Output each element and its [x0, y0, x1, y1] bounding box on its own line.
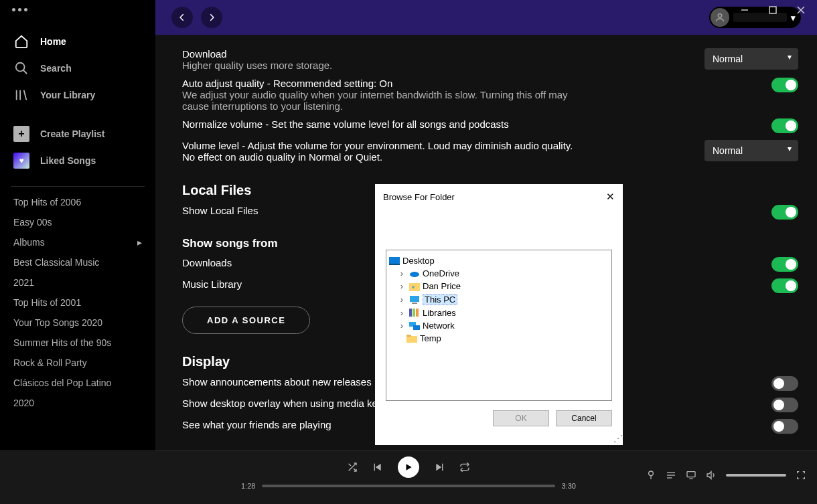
user-folder-icon [409, 282, 420, 291]
devices-button[interactable] [686, 470, 696, 481]
tree-node[interactable]: Desktop [402, 256, 435, 266]
svg-rect-27 [410, 296, 419, 302]
svg-rect-19 [687, 472, 695, 477]
sidebar: Home Search Your Library + Create Playli… [0, 20, 155, 450]
play-button[interactable] [398, 456, 419, 478]
expand-icon[interactable]: › [397, 281, 406, 291]
setting-title: Auto adjust quality - Recommended settin… [182, 78, 751, 89]
music-library-toggle[interactable] [771, 278, 798, 293]
nav-label: Home [40, 36, 66, 47]
setting-sub: Higher quality uses more storage. [182, 60, 584, 71]
svg-rect-11 [374, 464, 375, 471]
nav-library[interactable]: Your Library [5, 82, 150, 108]
home-icon [13, 33, 29, 50]
nav-label: Liked Songs [40, 155, 96, 166]
volume-button[interactable] [706, 470, 717, 481]
lyrics-button[interactable] [646, 470, 656, 481]
tree-node[interactable]: Libraries [423, 308, 456, 318]
svg-rect-14 [442, 464, 443, 471]
playlist-item[interactable]: Your Top Songs 2020 [5, 313, 150, 333]
normalize-volume-toggle[interactable] [771, 118, 798, 133]
playlist-item[interactable]: Top Hits of 2006 [5, 192, 150, 212]
nav-create-playlist[interactable]: + Create Playlist [5, 120, 150, 147]
svg-rect-22 [389, 257, 400, 264]
playlist-item[interactable]: Albums▸ [5, 232, 150, 252]
nav-label: Search [40, 63, 72, 74]
volume-level-select[interactable]: Normal [704, 140, 798, 161]
resize-grip[interactable]: ⋰ [613, 436, 621, 444]
maximize-button[interactable] [766, 3, 779, 17]
setting-title: Volume level - Adjust the volume for you… [182, 140, 584, 163]
svg-rect-28 [412, 303, 417, 304]
window-titlebar [0, 0, 817, 20]
svg-rect-30 [413, 309, 415, 317]
playlist-item[interactable]: Clásicos del Pop Latino [5, 373, 150, 393]
svg-line-5 [23, 70, 27, 74]
nav-liked-songs[interactable]: ♥ Liked Songs [5, 147, 150, 174]
playlist-item[interactable]: Summer Hits of the 90s [5, 333, 150, 353]
volume-slider[interactable] [726, 474, 786, 477]
svg-rect-31 [416, 309, 419, 317]
ok-button[interactable]: OK [493, 410, 549, 426]
playlist-item[interactable]: Easy 00s [5, 212, 150, 232]
playlist-item[interactable]: 2020 [5, 393, 150, 413]
folder-icon [406, 334, 417, 343]
repeat-button[interactable] [459, 462, 470, 473]
nav-label: Create Playlist [40, 129, 105, 139]
folder-tree[interactable]: Desktop › OneDrive › Dan Price › This PC… [386, 250, 612, 401]
progress-bar[interactable] [262, 485, 554, 487]
tree-node[interactable]: Network [423, 321, 455, 331]
dialog-close-button[interactable]: ✕ [606, 191, 615, 203]
expand-icon[interactable]: › [397, 321, 406, 331]
player-bar: 1:28 3:30 [0, 450, 817, 504]
svg-rect-29 [409, 309, 412, 317]
expand-icon[interactable]: › [397, 308, 406, 318]
close-button[interactable] [794, 3, 808, 17]
setting-title: Download [182, 48, 684, 60]
svg-rect-23 [389, 264, 400, 265]
tree-node[interactable]: OneDrive [423, 268, 459, 278]
svg-point-15 [649, 471, 654, 476]
this-pc-icon [409, 295, 420, 305]
playlist-item[interactable]: Rock & Roll Party [5, 353, 150, 373]
cancel-button[interactable]: Cancel [556, 410, 612, 426]
previous-button[interactable] [372, 462, 383, 473]
playlist-item[interactable]: Best Classical Music [5, 252, 150, 272]
setting-title: Normalize volume - Set the same volume l… [182, 118, 751, 130]
tree-node[interactable]: Temp [420, 333, 441, 343]
add-source-button[interactable]: ADD A SOURCE [182, 307, 310, 334]
nav-home[interactable]: Home [5, 28, 150, 55]
tree-node[interactable]: Dan Price [423, 281, 461, 291]
svg-marker-13 [436, 464, 441, 471]
queue-button[interactable] [666, 470, 676, 481]
fullscreen-button[interactable] [796, 470, 806, 481]
tree-node[interactable]: This PC [423, 294, 457, 305]
svg-point-26 [412, 286, 415, 288]
show-local-files-toggle[interactable] [771, 205, 798, 220]
search-icon [13, 60, 29, 76]
divider [11, 186, 145, 187]
minimize-button[interactable] [738, 3, 751, 17]
next-button[interactable] [434, 462, 445, 473]
shuffle-button[interactable] [347, 462, 358, 473]
onedrive-icon [409, 269, 420, 278]
auto-adjust-toggle[interactable] [771, 78, 798, 92]
downloads-toggle[interactable] [771, 257, 798, 272]
time-current: 1:28 [241, 482, 255, 490]
svg-rect-1 [769, 7, 776, 13]
nav-search[interactable]: Search [5, 55, 150, 82]
announcements-toggle[interactable] [771, 376, 798, 391]
friends-activity-toggle[interactable] [771, 419, 798, 434]
heart-icon: ♥ [13, 153, 29, 169]
download-quality-select[interactable]: Normal [704, 48, 798, 70]
playlist-item[interactable]: 2021 [5, 272, 150, 292]
desktop-overlay-toggle[interactable] [771, 398, 798, 412]
expand-icon[interactable]: › [397, 268, 406, 278]
expand-icon[interactable]: › [397, 295, 406, 305]
library-icon [13, 87, 29, 103]
nav-label: Your Library [40, 90, 95, 100]
svg-point-4 [16, 63, 25, 72]
desktop-icon [389, 256, 400, 266]
playlist-item[interactable]: Top Hits of 2001 [5, 292, 150, 313]
playlist-list[interactable]: Top Hits of 2006 Easy 00s Albums▸ Best C… [0, 192, 155, 450]
